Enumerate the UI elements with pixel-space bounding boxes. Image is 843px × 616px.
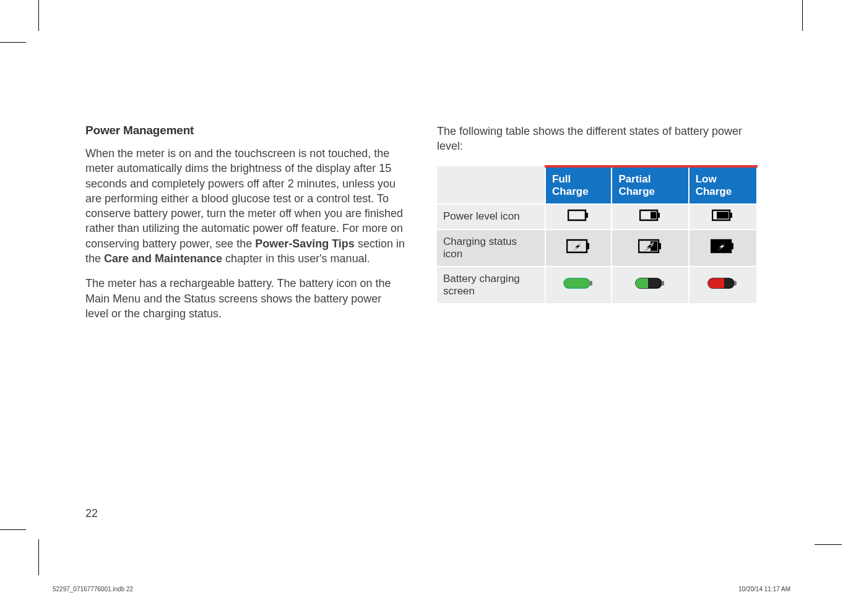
battery-pill-low — [689, 267, 757, 303]
svg-rect-16 — [564, 278, 590, 288]
charging-icon-partial — [612, 229, 688, 267]
svg-rect-9 — [587, 243, 589, 249]
charging-icon-low — [689, 229, 757, 267]
table-row: Power level icon — [437, 204, 757, 229]
battery-pill-partial — [612, 267, 688, 303]
crop-mark — [0, 42, 26, 43]
footer-timestamp: 10/20/14 11:17 AM — [738, 586, 790, 592]
svg-rect-4 — [651, 212, 656, 218]
page: Power Management When the meter is on an… — [0, 0, 843, 616]
svg-rect-1 — [586, 213, 588, 218]
svg-rect-15 — [731, 243, 733, 249]
table-intro: The following table shows the different … — [437, 124, 758, 154]
row-label: Battery charging screen — [437, 267, 545, 303]
svg-rect-3 — [657, 213, 660, 218]
crop-mark — [802, 0, 803, 31]
battery-states-table: Full Charge Partial Charge Low Charge Po… — [437, 165, 758, 303]
table-header-full: Full Charge — [545, 166, 612, 204]
right-column: The following table shows the different … — [437, 124, 758, 331]
crop-mark — [38, 539, 39, 575]
svg-rect-6 — [730, 213, 732, 218]
table-row: Charging status icon — [437, 229, 757, 267]
row-label: Power level icon — [437, 204, 545, 229]
svg-rect-11 — [659, 243, 661, 249]
content-area: Power Management When the meter is on an… — [85, 124, 758, 331]
page-number: 22 — [85, 507, 98, 520]
svg-rect-0 — [568, 210, 586, 220]
footer-filename: 52297_07167776001.indb 22 — [53, 586, 133, 592]
svg-rect-21 — [734, 281, 737, 286]
section-heading: Power Management — [85, 124, 406, 137]
svg-rect-19 — [662, 281, 664, 286]
left-column: Power Management When the meter is on an… — [85, 124, 406, 331]
paragraph-1: When the meter is on and the touchscreen… — [85, 146, 406, 266]
battery-icon-partial — [612, 204, 688, 229]
table-row: Battery charging screen — [437, 267, 757, 303]
svg-rect-17 — [590, 281, 592, 286]
battery-icon-low — [689, 204, 757, 229]
crop-mark — [0, 529, 26, 530]
row-label: Charging status icon — [437, 229, 545, 267]
table-header-blank — [437, 166, 545, 204]
table-header-low: Low Charge — [689, 166, 757, 204]
battery-pill-full — [545, 267, 612, 303]
crop-mark — [38, 0, 39, 31]
battery-icon-full — [545, 204, 612, 229]
table-header-partial: Partial Charge — [612, 166, 688, 204]
charging-icon-full — [545, 229, 612, 267]
crop-mark — [815, 544, 842, 545]
paragraph-2: The meter has a rechargeable battery. Th… — [85, 276, 406, 321]
svg-rect-7 — [717, 212, 728, 218]
